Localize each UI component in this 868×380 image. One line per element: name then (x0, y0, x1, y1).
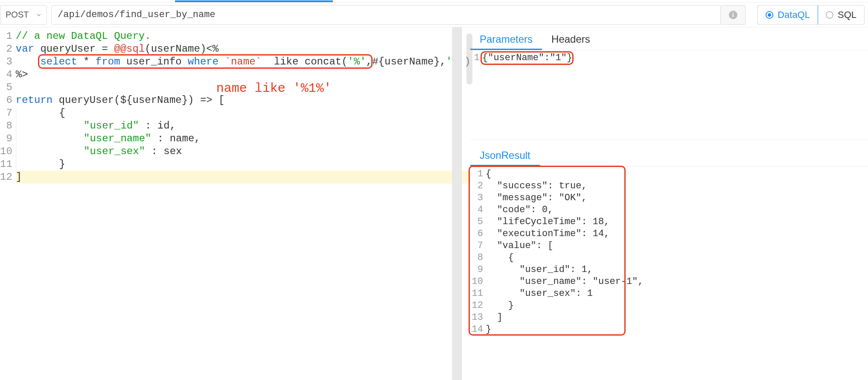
mode-option-dataql[interactable]: DataQL (757, 5, 818, 25)
info-button[interactable]: i (721, 5, 746, 25)
params-code[interactable]: {"userName":"1"} (482, 52, 868, 140)
params-tabs: Parameters Headers (470, 29, 868, 50)
editor-lines[interactable]: // a new DataQL Query. var queryUser = @… (16, 30, 471, 380)
tab-jsonresult[interactable]: JsonResult (470, 145, 540, 166)
code-editor-pane[interactable]: 1 2 3 4 5 6 7 8 9 10 11 12 // a new Data… (0, 27, 452, 380)
pane-splitter[interactable] (452, 27, 462, 380)
chevron-down-icon (35, 12, 42, 18)
tab-parameters[interactable]: Parameters (470, 29, 542, 50)
mode-radio-group: DataQL SQL (757, 5, 865, 25)
http-method-value: POST (6, 10, 29, 20)
radio-icon (766, 11, 773, 19)
parameters-editor[interactable]: 1 {"userName":"1"} (470, 50, 868, 140)
right-panels: Parameters Headers 1 {"userName":"1"} Js… (462, 27, 868, 380)
editor-gutter: 1 2 3 4 5 6 7 8 9 10 11 12 (0, 30, 16, 380)
active-tab-indicator (175, 0, 333, 2)
params-gutter: 1 (470, 52, 482, 140)
mode-label-dataql: DataQL (778, 9, 810, 20)
request-toolbar: POST /api/demos/find_user_by_name i Data… (0, 3, 868, 27)
json-code: { "success": true, "message": "OK", "cod… (486, 168, 868, 336)
info-icon: i (729, 11, 737, 19)
result-tabs: JsonResult (470, 145, 868, 167)
http-method-select[interactable]: POST (0, 5, 47, 25)
tab-headers[interactable]: Headers (542, 29, 600, 50)
json-gutter: 1 2 3 4 5 6 7 8 9 10 11 12 13 14 (470, 168, 486, 336)
radio-icon (826, 11, 833, 19)
json-result-viewer[interactable]: 1 2 3 4 5 6 7 8 9 10 11 12 13 14 { "succ… (470, 167, 868, 336)
tab-strip (0, 0, 868, 3)
url-input[interactable]: /api/demos/find_user_by_name (51, 5, 721, 25)
mode-option-sql[interactable]: SQL (818, 6, 864, 24)
main-area: 1 2 3 4 5 6 7 8 9 10 11 12 // a new Data… (0, 27, 868, 380)
url-text: /api/demos/find_user_by_name (58, 9, 216, 20)
annotation-text: name like '%1%' (216, 82, 332, 95)
mode-label-sql: SQL (838, 9, 856, 20)
